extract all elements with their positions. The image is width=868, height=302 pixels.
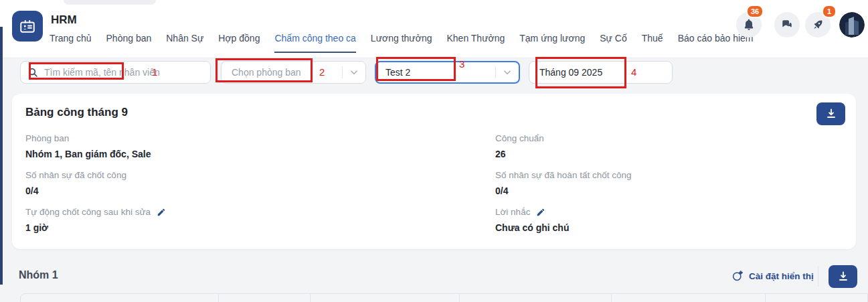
rocket-icon bbox=[812, 19, 824, 31]
app-title: HRM bbox=[51, 13, 77, 27]
tab-tam-ung-luong[interactable]: Tạm ứng lương bbox=[519, 32, 585, 53]
tab-nhan-su[interactable]: Nhân Sự bbox=[166, 32, 203, 53]
summary-fields: Phòng ban Nhóm 1, Ban giám đốc, Sale Côn… bbox=[25, 133, 839, 234]
field-value: Chưa có ghi chú bbox=[495, 222, 839, 234]
top-notch-decoration bbox=[64, 0, 156, 5]
field-tu-dong-chot-cong: Tự động chốt công sau khi sửa 1 giờ bbox=[25, 206, 495, 234]
field-label: Số nhân sự đã chốt công bbox=[25, 169, 126, 181]
team-select[interactable]: Test 2 bbox=[375, 61, 520, 84]
field-label: Phòng ban bbox=[25, 133, 69, 145]
team-select-value: Test 2 bbox=[385, 67, 410, 78]
tab-luong-thuong[interactable]: Lương thưởng bbox=[371, 32, 432, 53]
search-icon bbox=[27, 67, 38, 78]
annotation-label-1: 1 bbox=[152, 66, 157, 78]
chevron-down-icon[interactable] bbox=[349, 68, 359, 77]
search-field bbox=[20, 61, 211, 84]
field-cong-chuan: Công chuẩn 26 bbox=[495, 133, 839, 161]
card-title: Bảng công tháng 9 bbox=[25, 106, 128, 119]
table-header-row bbox=[20, 293, 868, 302]
tab-thue[interactable]: Thuế bbox=[642, 32, 663, 53]
column-divider bbox=[611, 294, 612, 302]
field-value: 1 giờ bbox=[25, 222, 495, 234]
select-divider bbox=[342, 66, 343, 78]
annotation-label-3: 3 bbox=[459, 58, 464, 70]
tab-su-co[interactable]: Sự Cố bbox=[600, 32, 627, 53]
field-value: 26 bbox=[495, 148, 839, 161]
export-group-button[interactable] bbox=[829, 265, 857, 288]
id-card-icon bbox=[19, 17, 36, 35]
display-settings-icon bbox=[731, 270, 744, 282]
month-picker[interactable]: Tháng 09 2025 bbox=[529, 61, 673, 84]
field-label: Số nhân sự đã hoàn tất chốt công bbox=[495, 169, 631, 181]
tab-hop-dong[interactable]: Hợp đồng bbox=[218, 32, 260, 53]
column-divider bbox=[765, 294, 766, 302]
field-value: 0/4 bbox=[25, 185, 495, 198]
download-icon bbox=[837, 270, 850, 283]
rocket-count-badge: 1 bbox=[822, 5, 837, 18]
download-icon bbox=[824, 107, 838, 121]
hrm-logo[interactable] bbox=[12, 11, 43, 42]
tab-phong-ban[interactable]: Phòng ban bbox=[106, 32, 152, 53]
month-picker-value: Tháng 09 2025 bbox=[539, 67, 602, 78]
annotation-label-2: 2 bbox=[319, 66, 325, 78]
field-label: Công chuẩn bbox=[495, 133, 544, 145]
field-value: Nhóm 1, Ban giám đốc, Sale bbox=[25, 148, 495, 161]
vertical-divider bbox=[818, 267, 818, 287]
tab-trang-chu[interactable]: Trang chủ bbox=[50, 32, 92, 53]
edit-pencil-icon[interactable] bbox=[536, 208, 545, 217]
column-divider bbox=[310, 294, 311, 302]
group-title: Nhóm 1 bbox=[19, 269, 58, 281]
notification-count-badge: 36 bbox=[746, 5, 764, 18]
screen: HRM Trang chủ Phòng ban Nhân Sự Hợp đồng… bbox=[0, 0, 868, 302]
field-phong-ban: Phòng ban Nhóm 1, Ban giám đốc, Sale bbox=[25, 133, 495, 161]
department-select[interactable]: Chọn phòng ban bbox=[221, 61, 366, 84]
edit-pencil-icon[interactable] bbox=[157, 208, 166, 217]
display-settings-label: Cài đặt hiển thị bbox=[749, 271, 814, 281]
bell-icon bbox=[742, 18, 756, 31]
chat-button[interactable] bbox=[774, 12, 800, 37]
left-edge-strip bbox=[0, 27, 3, 285]
display-settings-button[interactable]: Cài đặt hiển thị bbox=[731, 270, 814, 282]
tab-cham-cong-theo-ca[interactable]: Chấm công theo ca bbox=[274, 32, 355, 53]
department-select-placeholder: Chọn phòng ban bbox=[232, 67, 301, 78]
attendance-summary-card: Bảng công tháng 9 Phòng ban Nhóm 1, Ban … bbox=[12, 94, 856, 249]
chevron-down-icon[interactable] bbox=[503, 68, 512, 77]
annotation-label-4: 4 bbox=[631, 66, 636, 78]
column-divider bbox=[218, 294, 219, 302]
field-label: Lời nhắc bbox=[495, 206, 530, 218]
column-divider bbox=[459, 294, 460, 302]
field-so-nhan-su-da-chot-cong: Số nhân sự đã chốt công 0/4 bbox=[25, 169, 495, 198]
field-so-nhan-su-hoan-tat: Số nhân sự đã hoàn tất chốt công 0/4 bbox=[495, 169, 839, 198]
avatar-image bbox=[839, 12, 865, 37]
field-label: Tự động chốt công sau khi sửa bbox=[25, 206, 151, 218]
export-card-button[interactable] bbox=[816, 102, 845, 125]
chat-icon bbox=[781, 19, 793, 31]
select-divider bbox=[495, 66, 496, 78]
tab-khen-thuong[interactable]: Khen Thưởng bbox=[446, 32, 505, 53]
field-loi-nhac: Lời nhắc Chưa có ghi chú bbox=[495, 206, 839, 234]
avatar[interactable] bbox=[839, 12, 865, 37]
field-value: 0/4 bbox=[495, 185, 839, 198]
main-nav: Trang chủ Phòng ban Nhân Sự Hợp đồng Chấ… bbox=[50, 32, 754, 53]
search-input[interactable] bbox=[43, 66, 203, 78]
